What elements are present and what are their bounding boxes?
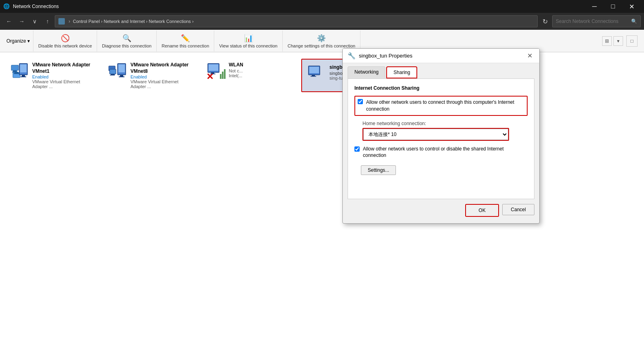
- dialog-close-button[interactable]: ✕: [525, 51, 534, 61]
- dialog-title-bar: 🔧 singbox_tun Properties ✕: [343, 49, 539, 63]
- dialog-action-row: OK Cancel: [343, 199, 539, 223]
- home-network-section: Home networking connection: 本地连接* 10 VMw…: [362, 121, 528, 141]
- dialog-icon: 🔧: [348, 52, 356, 60]
- allow-control-row: Allow other network users to control or …: [354, 146, 528, 159]
- allow-connect-checkbox[interactable]: [358, 99, 363, 104]
- sharing-section-title: Internet Connection Sharing: [354, 85, 528, 91]
- properties-dialog: 🔧 singbox_tun Properties ✕ Networking Sh…: [342, 48, 540, 224]
- allow-connect-row: Allow other network users to connect thr…: [354, 96, 528, 116]
- tab-sharing[interactable]: Sharing: [386, 66, 417, 78]
- cancel-button[interactable]: Cancel: [502, 204, 534, 215]
- tab-sharing-label: Sharing: [393, 70, 410, 75]
- dialog-body: Internet Connection Sharing Allow other …: [348, 78, 534, 199]
- allow-connect-label: Allow other network users to connect thr…: [366, 99, 524, 113]
- allow-control-label: Allow other network users to control or …: [363, 146, 528, 159]
- home-network-select-wrapper: 本地连接* 10 VMware Network Adapter VMnet1 V…: [362, 128, 509, 141]
- tab-networking[interactable]: Networking: [348, 66, 385, 78]
- allow-control-checkbox[interactable]: [354, 146, 360, 152]
- dialog-tabs: Networking Sharing: [343, 63, 539, 78]
- ok-button[interactable]: OK: [466, 205, 498, 216]
- dialog-title: singbox_tun Properties: [359, 53, 525, 59]
- tab-networking-label: Networking: [354, 69, 379, 75]
- dialog-overlay: 🔧 singbox_tun Properties ✕ Networking Sh…: [0, 0, 644, 350]
- settings-button[interactable]: Settings...: [361, 165, 396, 175]
- home-network-label: Home networking connection:: [362, 121, 528, 126]
- home-network-select[interactable]: 本地连接* 10 VMware Network Adapter VMnet1 V…: [363, 129, 508, 140]
